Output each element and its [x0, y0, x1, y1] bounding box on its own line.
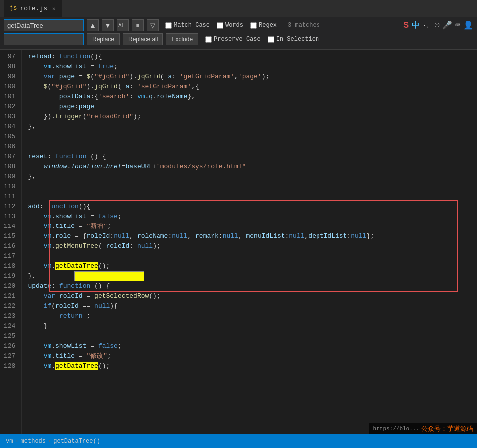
replace-input[interactable]: [4, 33, 84, 45]
code-line-128: vm.getDataTree();: [28, 361, 477, 371]
regex-option[interactable]: Regex: [250, 22, 277, 29]
tab-label: role.js: [20, 5, 47, 12]
code-line-116: vm.getMenuTree( roleId: null);: [28, 241, 477, 251]
code-line-121: var roleId = getSelectedRow();: [28, 291, 477, 301]
search-input[interactable]: [4, 19, 84, 31]
tab-bar: js role.js ✕: [0, 0, 477, 17]
find-toggle-button[interactable]: ≡: [132, 19, 144, 31]
dot-icon[interactable]: •。: [423, 22, 432, 29]
emoji-icon[interactable]: ☺: [435, 21, 440, 30]
code-line-112: add: function(){: [28, 202, 477, 212]
code-line-111: [28, 192, 477, 202]
in-selection-checkbox[interactable]: [268, 36, 274, 43]
words-label: Words: [225, 22, 243, 29]
replace-all-button[interactable]: Replace all: [123, 33, 163, 45]
match-case-option[interactable]: Match Case: [165, 22, 210, 29]
js-file-icon: js: [10, 5, 17, 12]
breadcrumb-sep-1: ›: [15, 438, 18, 445]
match-case-label: Match Case: [174, 22, 210, 29]
code-line-114: vm.title = "新增";: [28, 222, 477, 231]
code-line-99: var page = $("#jqGrid").jqGrid( a: 'getG…: [28, 72, 477, 82]
preserve-case-label: Preserve Case: [214, 36, 261, 43]
replace-options: Preserve Case In Selection: [205, 36, 319, 43]
regex-checkbox[interactable]: [250, 22, 257, 29]
user-icon[interactable]: 👤: [463, 20, 473, 30]
tab-close-button[interactable]: ✕: [52, 5, 56, 12]
in-selection-option[interactable]: In Selection: [268, 36, 319, 43]
getdatatree-highlight: getDataTree: [55, 262, 98, 270]
code-line-118: vm.getDataTree();: [28, 261, 477, 271]
mic-icon[interactable]: 🎤: [442, 20, 452, 30]
code-line-98: vm.showList = true;: [28, 62, 477, 72]
status-bar: vm › methods › getDataTree(): [0, 434, 477, 448]
right-toolbar: S 中 •。 ☺ 🎤 ⌨ 👤: [403, 20, 473, 31]
code-line-104: },: [28, 122, 477, 132]
code-line-123: return ;: [28, 311, 477, 321]
code-line-100: $("#jqGrid").jqGrid( a: 'setGridParam',{: [28, 82, 477, 92]
words-option[interactable]: Words: [217, 22, 243, 29]
code-line-103: }).trigger("reloadGrid");: [28, 112, 477, 122]
code-line-127: vm.title = "修改";: [28, 351, 477, 361]
code-line-101: postData:{'search': vm.q.roleName},: [28, 92, 477, 102]
replace-button[interactable]: Replace: [87, 33, 120, 45]
watermark-url: https://blo...: [373, 426, 419, 432]
code-line-122: if(roleId == null){: [28, 301, 477, 311]
code-content: reload: function(){ vm.showList = true; …: [22, 50, 477, 437]
code-line-115: vm.role = {roleId:null, roleName:null, r…: [28, 231, 477, 241]
breadcrumb-function: getDataTree(): [53, 438, 100, 445]
breadcrumb: vm › methods › getDataTree(): [6, 438, 100, 445]
find-all-button[interactable]: ALL: [117, 19, 129, 31]
code-line-117: [28, 251, 477, 261]
in-selection-label: In Selection: [276, 36, 319, 43]
words-checkbox[interactable]: [217, 22, 223, 29]
preserve-case-checkbox[interactable]: [205, 36, 212, 43]
code-line-97: reload: function(){: [28, 52, 477, 62]
code-line-125: [28, 331, 477, 341]
code-line-120: update: function () {: [28, 281, 477, 291]
breadcrumb-vm: vm: [6, 438, 13, 445]
breadcrumb-sep-2: ›: [48, 438, 51, 445]
prev-match-button[interactable]: ▲: [87, 19, 99, 31]
line-numbers: 97 98 99 100 101 102 103 104 105 106 107…: [0, 50, 22, 437]
code-line-105: [28, 132, 477, 142]
exclude-button[interactable]: Exclude: [166, 33, 198, 45]
regex-label: Regex: [259, 22, 277, 29]
code-editor[interactable]: 97 98 99 100 101 102 103 104 105 106 107…: [0, 50, 477, 437]
code-line-106: [28, 142, 477, 152]
code-line-113: vm.showList = false;: [28, 212, 477, 222]
code-line-124: }: [28, 321, 477, 331]
replace-row: Replace Replace all Exclude Preserve Cas…: [4, 33, 473, 45]
watermark-text: 公众号：芋道源码: [421, 424, 473, 433]
match-case-checkbox[interactable]: [165, 22, 172, 29]
find-row: ▲ ▼ ALL ≡ ▽ Match Case Words Regex 3 mat…: [4, 19, 473, 31]
tab-role-js[interactable]: js role.js ✕: [4, 0, 62, 17]
code-line-107: reset: function () {: [28, 152, 477, 162]
sogou-icon[interactable]: S: [403, 20, 409, 30]
code-line-126: vm.showList = false;: [28, 341, 477, 351]
keyboard-icon[interactable]: ⌨: [455, 20, 460, 30]
code-line-110: [28, 182, 477, 192]
code-line-102: page:page: [28, 102, 477, 112]
match-count: 3 matches: [288, 22, 320, 29]
breadcrumb-methods: methods: [21, 438, 46, 445]
watermark: https://blo... 公众号：芋道源码: [369, 423, 477, 434]
find-replace-bar: ▲ ▼ ALL ≡ ▽ Match Case Words Regex 3 mat…: [0, 17, 477, 50]
code-line-109: },: [28, 172, 477, 182]
filter-button[interactable]: ▽: [147, 19, 159, 31]
getdatatree-highlight-box: [74, 271, 144, 281]
chinese-input-icon[interactable]: 中: [412, 20, 420, 31]
next-match-button[interactable]: ▼: [102, 19, 114, 31]
getdatatree-highlight2: getDataTree: [55, 362, 98, 370]
code-line-108: window.location.href=baseURL+"modules/sy…: [28, 162, 477, 172]
find-options: Match Case Words Regex 3 matches: [165, 22, 320, 29]
preserve-case-option[interactable]: Preserve Case: [205, 36, 261, 43]
